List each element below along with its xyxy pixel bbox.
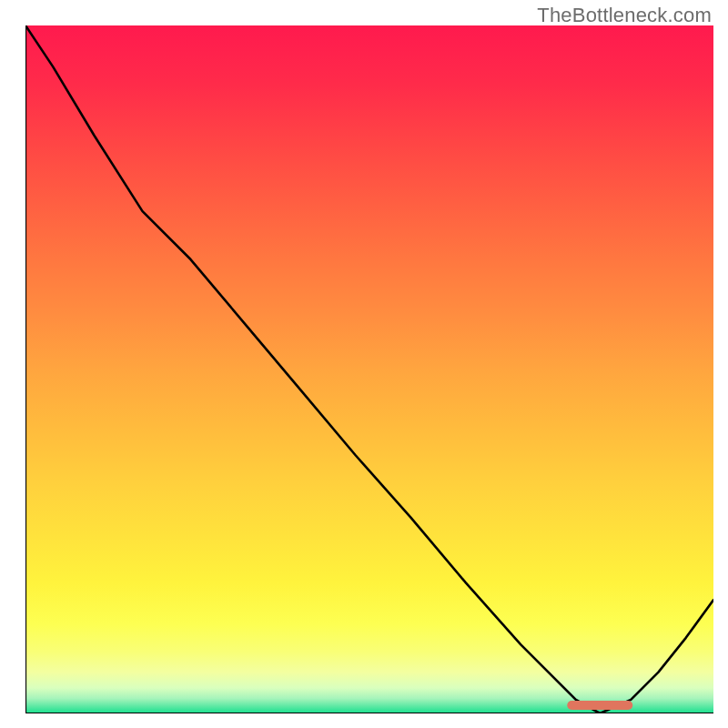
watermark-text: TheBottleneck.com — [537, 4, 712, 27]
chart-container — [25, 25, 713, 713]
optimum-marker — [567, 701, 632, 710]
chart-background — [25, 25, 713, 713]
bottleneck-chart — [25, 25, 713, 713]
